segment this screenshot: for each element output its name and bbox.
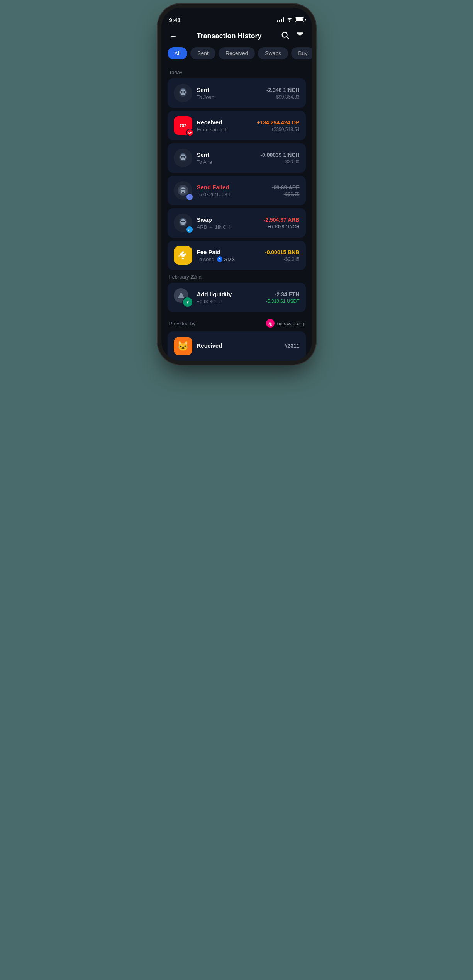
tx-amount-primary: -2.34 ETH xyxy=(266,291,300,297)
tx-subtitle: +0.0034 LP xyxy=(197,299,261,304)
tx-amounts: -2.346 1INCH -$99,364.83 xyxy=(266,87,300,100)
tx-info: Sent To Joao xyxy=(197,87,262,100)
tx-info: Sent To Ana xyxy=(197,151,256,165)
tx-title: Sent xyxy=(197,87,262,93)
filter-icon[interactable] xyxy=(296,31,304,41)
back-button[interactable]: ← xyxy=(169,31,178,41)
provider-name: uniswap.org xyxy=(277,321,304,326)
tx-info-bottom: Received xyxy=(197,342,280,350)
tx-amount-secondary: -$99,364.83 xyxy=(266,94,300,100)
svg-marker-26 xyxy=(178,292,185,298)
tx-amount-primary: -0.00039 1INCH xyxy=(260,152,299,158)
tx-amount-secondary: -$20.00 xyxy=(260,159,299,165)
tx-title-bottom: Received xyxy=(197,342,280,349)
tx-amount-secondary: +0.1028 1INCH xyxy=(264,224,300,229)
tx-title: Add liquidity xyxy=(197,291,261,297)
provided-by-row: Provided by 🦄 uniswap.org xyxy=(168,315,306,331)
svg-point-18 xyxy=(181,189,183,190)
tx-amounts-bottom: #2311 xyxy=(285,343,300,350)
transaction-item[interactable]: Sent To Ana -0.00039 1INCH -$20.00 xyxy=(168,143,306,173)
tx-title: Fee Paid xyxy=(197,249,261,255)
tab-swaps[interactable]: Swaps xyxy=(258,47,288,59)
tx-info: Swap ARB → 1INCH xyxy=(197,216,259,230)
tx-subtitle: From sam.eth xyxy=(197,127,253,132)
page-header: ← Transaction History xyxy=(161,27,312,47)
phone-frame: 9:41 ← Transaction History xyxy=(161,8,312,361)
filter-tabs: All Sent Received Swaps Buy Se... xyxy=(161,47,312,66)
transaction-list: Today Sent To Joao xyxy=(161,70,312,361)
tx-amounts: -0.00015 BNB -$0.045 xyxy=(265,249,300,262)
tx-amount-secondary: -$0.045 xyxy=(265,256,300,262)
gmx-icon: G xyxy=(217,256,222,262)
svg-point-24 xyxy=(183,221,185,222)
tx-icon-bnb xyxy=(174,246,192,265)
svg-point-6 xyxy=(183,91,185,93)
provided-by-label: Provided by xyxy=(169,321,196,326)
svg-point-19 xyxy=(183,189,185,190)
tx-icon-1inch-sent xyxy=(174,84,192,102)
wifi-icon xyxy=(287,17,293,23)
tx-title: Swap xyxy=(197,216,259,223)
tx-amounts: -0.00039 1INCH -$20.00 xyxy=(260,152,299,165)
svg-point-23 xyxy=(181,221,183,222)
transaction-item[interactable]: ₮ Add liquidity +0.0034 LP -2.34 ETH -5,… xyxy=(168,283,306,312)
signal-icon xyxy=(277,17,284,22)
tx-icon-op: OP OP xyxy=(174,116,192,135)
transaction-item-bottom[interactable]: 🐱 Received #2311 xyxy=(168,331,306,361)
tx-icon-liquidity: ₮ xyxy=(174,288,192,307)
status-time: 9:41 xyxy=(169,17,181,23)
transaction-item[interactable]: Ξ Send Failed To 0×2f21...f34 -69.69 APE… xyxy=(168,176,306,205)
tab-buy[interactable]: Buy xyxy=(291,47,312,59)
svg-point-5 xyxy=(181,91,183,93)
svg-rect-16 xyxy=(182,192,183,193)
tx-amount-secondary: +$390,519.54 xyxy=(257,127,299,132)
tx-icon-failed: Ξ xyxy=(174,181,192,200)
uniswap-icon: 🦄 xyxy=(266,319,275,328)
tx-subtitle: To Ana xyxy=(197,159,256,165)
tx-amounts: -2.34 ETH -5,310.61 USDT xyxy=(266,291,300,304)
tx-icon-swap: A xyxy=(174,214,192,232)
tx-title: Received xyxy=(197,119,253,126)
status-icons xyxy=(277,17,304,23)
tx-amount-primary: -69.69 APE xyxy=(272,184,300,190)
tx-info: Send Failed To 0×2f21...f34 xyxy=(197,184,267,197)
svg-line-1 xyxy=(287,37,289,39)
tab-sent[interactable]: Sent xyxy=(190,47,215,59)
tx-title: Send Failed xyxy=(197,184,267,190)
tx-amount-bottom: #2311 xyxy=(285,343,300,349)
section-date-feb: February 22nd xyxy=(168,274,306,280)
tx-amounts: +134,294.424 OP +$390,519.54 xyxy=(257,119,299,132)
svg-point-11 xyxy=(183,156,185,158)
tx-title: Sent xyxy=(197,151,256,158)
page-title: Transaction History xyxy=(197,32,261,40)
search-icon[interactable] xyxy=(281,31,289,41)
svg-point-10 xyxy=(181,156,183,158)
svg-point-14 xyxy=(181,187,185,192)
tx-amounts: -69.69 APE -$96.55 xyxy=(272,184,300,197)
tx-amounts: -2,504.37 ARB +0.1028 1INCH xyxy=(264,217,300,229)
section-date-today: Today xyxy=(168,70,306,75)
transaction-item[interactable]: Sent To Joao -2.346 1INCH -$99,364.83 xyxy=(168,78,306,108)
tx-subtitle: ARB → 1INCH xyxy=(197,224,259,230)
svg-rect-25 xyxy=(181,254,185,257)
tx-amount-secondary: -$96.55 xyxy=(272,192,300,197)
tab-received[interactable]: Received xyxy=(219,47,255,59)
tx-amount-secondary: -5,310.61 USDT xyxy=(266,299,300,304)
header-actions xyxy=(281,31,304,41)
tx-icon-1inch-sent2 xyxy=(174,149,192,167)
transaction-item[interactable]: Fee Paid To send G GMX -0.00015 BNB -$0.… xyxy=(168,241,306,270)
tx-amount-primary: +134,294.424 OP xyxy=(257,119,299,126)
transaction-item[interactable]: A Swap ARB → 1INCH -2,504.37 ARB +0.1028… xyxy=(168,208,306,238)
tx-amount-primary: -0.00015 BNB xyxy=(265,249,300,255)
tx-amount-primary: -2.346 1INCH xyxy=(266,87,300,93)
tx-amount-primary: -2,504.37 ARB xyxy=(264,217,300,223)
tx-icon-received-bottom: 🐱 xyxy=(174,337,192,355)
svg-rect-17 xyxy=(183,192,184,193)
status-bar: 9:41 xyxy=(161,8,312,27)
transaction-item[interactable]: OP OP Received From sam.eth +134,294.424… xyxy=(168,111,306,140)
battery-icon xyxy=(295,17,304,22)
tx-info: Received From sam.eth xyxy=(197,119,253,132)
tx-subtitle: To Joao xyxy=(197,94,262,100)
tx-subtitle: To 0×2f21...f34 xyxy=(197,192,267,197)
tab-all[interactable]: All xyxy=(168,47,188,59)
